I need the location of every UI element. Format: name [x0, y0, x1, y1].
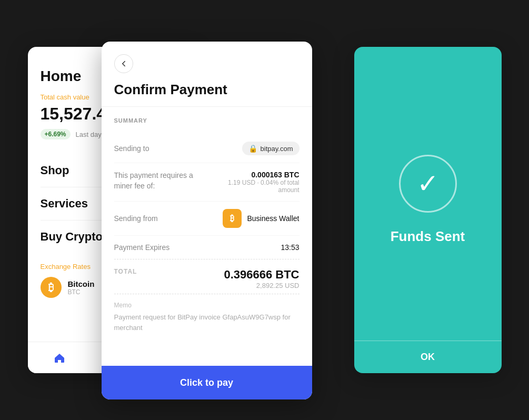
miner-fee-row: This payment requires a miner fee of: 0.…	[114, 163, 300, 202]
funds-sent-panel: ✓ Funds Sent OK	[354, 47, 502, 373]
sending-to-row: Sending to 🔒 bitpay.com	[114, 134, 300, 163]
expires-label: Payment Expires	[114, 243, 170, 252]
expires-value: 13:53	[281, 243, 299, 252]
check-circle: ✓	[399, 155, 457, 213]
checkmark-icon: ✓	[417, 171, 439, 197]
nav-home-icon[interactable]	[52, 351, 67, 365]
click-to-pay-label: Click to pay	[180, 377, 233, 388]
total-row: TOTAL 0.396666 BTC 2,892.25 USD	[114, 259, 300, 294]
total-usd: 2,892.25 USD	[224, 282, 299, 289]
sending-from-label: Sending from	[114, 214, 158, 223]
confirm-body: SUMMARY Sending to 🔒 bitpay.com This pay…	[102, 107, 312, 351]
wallet-name: Business Wallet	[247, 214, 299, 223]
summary-label: SUMMARY	[114, 117, 300, 124]
total-label: TOTAL	[114, 268, 137, 275]
miner-fee-usd: 1.19 USD · 0.04% of total amount	[209, 179, 300, 194]
sending-from-row: Sending from ₿ Business Wallet	[114, 202, 300, 236]
confirm-panel: Confirm Payment SUMMARY Sending to 🔒 bit…	[102, 42, 312, 399]
bitcoin-symbol: BTC	[68, 288, 95, 296]
back-button[interactable]	[114, 54, 133, 73]
sending-from-wallet: ₿ Business Wallet	[223, 209, 299, 228]
funds-sent-label: Funds Sent	[391, 228, 465, 245]
bitcoin-name: Bitcoin	[68, 279, 95, 288]
click-to-pay-button[interactable]: Click to pay	[102, 366, 312, 399]
wallet-icon: ₿	[223, 209, 242, 228]
memo-section: Memo Payment request for BitPay invoice …	[114, 294, 300, 340]
bitcoin-icon: ₿	[41, 277, 62, 298]
lock-icon: 🔒	[248, 144, 257, 153]
total-btc: 0.396666 BTC	[224, 268, 299, 282]
bitpay-badge: 🔒 bitpay.com	[242, 142, 300, 155]
sending-to-label: Sending to	[114, 144, 149, 153]
confirm-title: Confirm Payment	[114, 82, 300, 98]
confirm-header: Confirm Payment	[102, 42, 312, 107]
miner-fee-btc: 0.000163 BTC	[209, 171, 300, 179]
memo-text: Payment request for BitPay invoice GfapA…	[114, 312, 300, 333]
ok-button[interactable]: OK	[354, 341, 502, 373]
memo-label: Memo	[114, 302, 300, 309]
bitpay-domain: bitpay.com	[261, 145, 293, 153]
miner-fee-label: This payment requires a miner fee of:	[114, 171, 209, 191]
change-badge: +6.69%	[41, 129, 71, 139]
last-day: Last day	[76, 131, 102, 138]
payment-expires-row: Payment Expires 13:53	[114, 236, 300, 259]
